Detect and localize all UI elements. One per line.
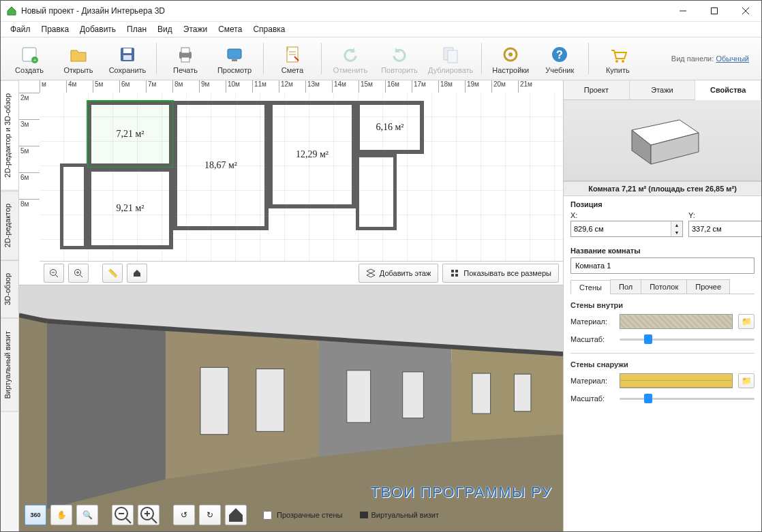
svg-rect-1 [712,8,718,14]
svg-rect-13 [228,49,241,59]
x-input[interactable]: ▲▼ [570,221,683,237]
print-button[interactable]: Печать [161,42,210,76]
material-inside-swatch[interactable] [620,314,733,329]
svg-marker-42 [451,348,563,442]
add-floor-button[interactable]: Добавить этаж [359,264,438,283]
room-selected[interactable]: 7,21 м² [87,101,173,168]
view-3d[interactable]: 360 ✋ 🔍 ↺ ↻ Прозрачные стены Виртуальный… [19,285,563,531]
right-tab-Свойства[interactable]: Свойства [695,80,761,100]
right-tab-Этажи[interactable]: Этажи [630,80,696,99]
home-button[interactable] [127,264,147,283]
pan-button[interactable]: ✋ [50,505,72,525]
left-tab[interactable]: 2D-редактор [1,191,18,260]
left-tab[interactable]: Виртуальный визит [1,318,18,412]
right-tabs: ПроектЭтажиСвойства [564,80,761,100]
open-button[interactable]: Открыть [54,42,103,76]
rotate-cw-button[interactable]: ↻ [199,505,221,525]
panel-mode-link[interactable]: Обычный [716,54,749,63]
room[interactable]: 12,29 м² [269,101,356,208]
scale-outside-slider[interactable] [620,392,755,405]
svg-line-30 [80,275,83,278]
room[interactable] [60,163,87,249]
svg-rect-46 [403,372,424,418]
subtab-Потолок[interactable]: Потолок [641,279,687,294]
close-button[interactable] [730,1,761,21]
view-zoom-in-button[interactable] [138,505,159,525]
room-header: Комната 7,21 м² (площадь стен 26,85 м²) [564,181,761,196]
left-tab[interactable]: 3D-обзор [1,260,18,318]
menu-Вид[interactable]: Вид [152,23,178,35]
room-preview-3d [564,100,761,181]
zoom-button[interactable]: 🔍 [76,505,98,525]
preview-button[interactable]: Просмотр [210,42,259,76]
buy-button[interactable]: Купить [593,42,642,76]
walls-outside-title: Стены снаружи [570,360,755,369]
menu-Файл[interactable]: Файл [5,23,36,35]
menu-Смета[interactable]: Смета [213,23,247,35]
app-icon [6,5,17,16]
watermark: ТВОИ ПРОГРАММЫ РУ [371,484,552,501]
menu-Добавить[interactable]: Добавить [74,23,121,35]
subtab-Пол[interactable]: Пол [610,279,641,294]
view-home-button[interactable] [225,505,247,525]
svg-text:+: + [33,57,37,63]
plan-canvas[interactable]: 7,21 м² 18,67 м² 12,29 м² 6,16 м² 9,21 м… [40,93,563,262]
orbit-360-button[interactable]: 360 [25,505,46,525]
rotate-ccw-button[interactable]: ↺ [173,505,195,525]
svg-rect-34 [455,270,458,272]
svg-rect-8 [123,48,132,53]
settings-button[interactable]: Настройки [486,42,535,76]
ruler-button[interactable]: 📏 [102,264,123,283]
room[interactable]: 18,67 м² [173,101,269,230]
room[interactable] [356,154,397,230]
svg-text:?: ? [556,49,563,61]
virtual-visit-checkbox[interactable]: Виртуальный визит [360,511,439,519]
svg-rect-43 [200,367,228,434]
room[interactable]: 6,16 м² [356,101,424,154]
redo-button: Повторить [375,42,424,76]
minimize-button[interactable] [667,1,699,21]
help-button[interactable]: ?Учебник [535,42,584,76]
show-dims-button[interactable]: Показывать все размеры [442,264,559,283]
menu-Этажи[interactable]: Этажи [178,23,213,35]
menu-План[interactable]: План [121,23,152,35]
room-name-input[interactable] [570,257,755,274]
svg-line-27 [56,275,59,278]
save-button[interactable]: Сохранить [103,42,152,76]
scale-inside-slider[interactable] [620,333,755,345]
svg-marker-39 [47,322,166,510]
svg-marker-41 [319,341,451,457]
zoom-out-button[interactable] [44,264,64,283]
estimate-button[interactable]: Смета [268,42,317,76]
ruler-horizontal: м4м5м6м7м8м9м10м11м12м13м14м15м16м17м18м… [40,80,563,93]
menu-Правка[interactable]: Правка [36,23,75,35]
menu-Справка[interactable]: Справка [247,23,290,35]
y-input[interactable]: ▲▼ [688,221,761,237]
svg-rect-9 [123,55,132,60]
svg-point-24 [615,60,618,63]
section-position: Позиция [564,196,761,210]
svg-point-25 [622,60,624,63]
svg-rect-11 [181,48,189,53]
panel-mode: Вид панели: Обычный [671,54,749,63]
material-outside-swatch[interactable] [620,373,733,388]
zoom-in-button[interactable] [68,264,89,283]
subtab-Стены[interactable]: Стены [570,280,611,294]
right-tab-Проект[interactable]: Проект [564,80,630,99]
material-outside-browse[interactable]: 📁 [738,373,755,388]
maximize-button[interactable] [699,1,730,21]
transparent-walls-checkbox[interactable]: Прозрачные стены [260,509,342,522]
svg-rect-36 [455,274,458,277]
create-button[interactable]: +Создать [5,42,54,76]
view-toolbar: 360 ✋ 🔍 ↺ ↻ Прозрачные стены Виртуальный… [25,504,439,526]
right-panel: ПроектЭтажиСвойства Комната 7,21 м² (пло… [563,80,761,531]
svg-rect-48 [514,374,531,411]
left-tab[interactable]: 2D-редактор и 3D-обзор [1,80,18,191]
subtab-Прочее[interactable]: Прочее [686,279,730,294]
material-inside-browse[interactable]: 📁 [738,314,755,329]
room[interactable]: 9,21 м² [87,168,173,249]
plan-area[interactable]: м4м5м6м7м8м9м10м11м12м13м14м15м16м17м18м… [19,80,563,285]
view-zoom-out-button[interactable] [112,505,134,525]
dup-button: Дублировать [424,42,477,76]
svg-rect-12 [181,57,189,62]
